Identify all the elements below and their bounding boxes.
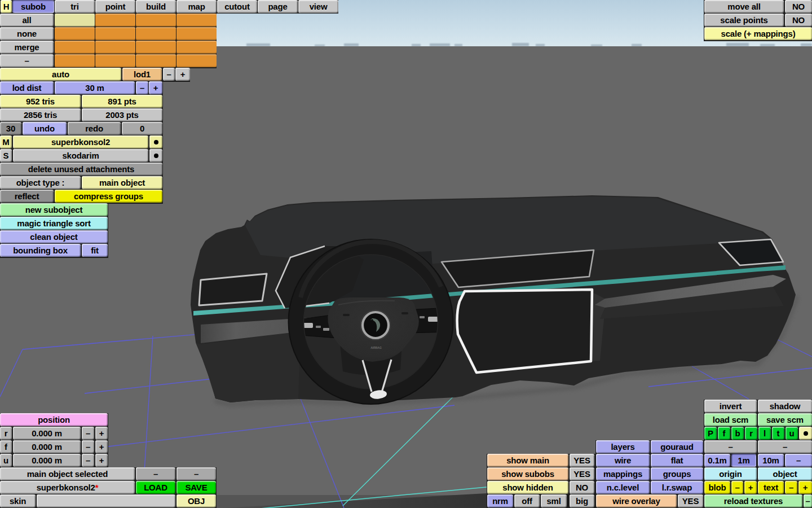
svg-text:AIRBAG: AIRBAG — [370, 346, 382, 349]
